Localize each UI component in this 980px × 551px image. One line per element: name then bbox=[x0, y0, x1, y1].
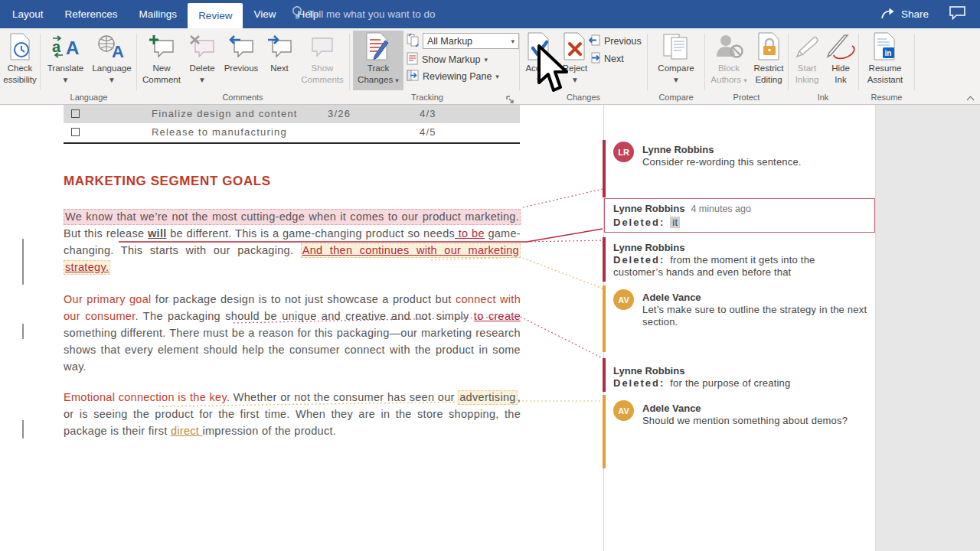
language-group-label: Language bbox=[41, 93, 136, 102]
date-cell: 4/3 bbox=[420, 105, 436, 123]
commented-text-highlight: We know that we’re not the most cutting-… bbox=[64, 209, 521, 225]
next-change-button[interactable]: Next bbox=[588, 52, 624, 66]
task-cell: Finalize design and content bbox=[152, 105, 298, 123]
svg-text:a: a bbox=[52, 38, 61, 55]
next-change-icon bbox=[588, 52, 600, 66]
compare-icon bbox=[652, 31, 700, 63]
review-ribbon: Check essibility aA Translate ▾ A Langua… bbox=[0, 28, 980, 105]
avatar: LR bbox=[613, 142, 634, 162]
collapse-ribbon-icon[interactable] bbox=[967, 96, 974, 103]
emphasis-text: Emotional connection is the key bbox=[64, 391, 227, 403]
comment-author: Adele Vance bbox=[642, 403, 701, 414]
svg-text:in: in bbox=[885, 49, 892, 57]
revision-action: Deleted: bbox=[613, 217, 665, 228]
tab-review[interactable]: Review bbox=[188, 3, 243, 28]
avatar: AV bbox=[613, 400, 634, 421]
language-icon: A bbox=[89, 31, 135, 63]
all-markup-icon bbox=[407, 34, 419, 49]
avatar: AV bbox=[613, 289, 634, 310]
previous-change-button[interactable]: Previous bbox=[588, 34, 642, 48]
ribbon-tab-bar: Layout References Mailings Review View H… bbox=[0, 0, 980, 28]
check-accessibility-button[interactable]: Check essibility bbox=[0, 31, 40, 86]
deleted-text: it bbox=[670, 217, 680, 228]
revision-action: Deleted: bbox=[613, 377, 665, 389]
comment-author-bar bbox=[603, 395, 606, 468]
new-comment-button[interactable]: New Comment bbox=[141, 31, 182, 86]
tab-references[interactable]: References bbox=[54, 0, 129, 28]
revision-action: Deleted: bbox=[613, 254, 665, 266]
lightbulb-icon bbox=[292, 5, 302, 23]
svg-text:A: A bbox=[112, 42, 124, 60]
start-inking-button: Start Inking bbox=[790, 31, 824, 86]
paragraph-2[interactable]: Our primary goal for package design is t… bbox=[64, 291, 521, 375]
display-for-review-select[interactable]: All Markup ▾ bbox=[423, 33, 519, 49]
tab-layout[interactable]: Layout bbox=[2, 0, 54, 28]
next-comment-icon bbox=[262, 31, 297, 63]
comment-text: Consider re-wording this sentence. bbox=[642, 156, 864, 168]
deleted-text: for the purpose of creating bbox=[670, 377, 790, 389]
show-markup-icon bbox=[407, 52, 418, 67]
document-page[interactable]: Finalize design and content 3/26 4/3 Rel… bbox=[0, 105, 603, 551]
svg-text:A: A bbox=[66, 37, 79, 58]
resume-assistant-icon: in bbox=[861, 31, 910, 63]
compare-button[interactable]: Compare ▾ bbox=[652, 31, 700, 86]
revision-author: Lynne Robbins bbox=[613, 203, 684, 214]
comments-bubble-icon[interactable] bbox=[949, 5, 966, 23]
hide-ink-icon bbox=[825, 31, 857, 63]
inserted-text: to be bbox=[455, 227, 485, 240]
show-comments-button: Show Comments bbox=[299, 31, 345, 86]
share-button[interactable]: Share bbox=[880, 7, 929, 22]
revision-author-bar bbox=[603, 358, 606, 392]
paragraph-1[interactable]: We know that we’re not the most cutting-… bbox=[64, 208, 521, 276]
markup-balloon-panel: LR Lynne Robbins Consider re-wording thi… bbox=[603, 105, 875, 551]
translate-button[interactable]: aA Translate ▾ bbox=[43, 31, 88, 86]
revision-author-bar bbox=[603, 237, 606, 282]
tell-me-box[interactable]: Tell me what you want to do bbox=[292, 0, 436, 28]
resume-assistant-button[interactable]: in Resume Assistant bbox=[861, 31, 910, 86]
tab-view[interactable]: View bbox=[243, 0, 286, 28]
selected-revision-card[interactable]: Lynne Robbins4 minutes ago Deleted:it bbox=[604, 198, 875, 233]
revision-author: Lynne Robbins bbox=[613, 242, 684, 253]
section-heading: MARKETING SEGMENT GOALS bbox=[64, 174, 271, 189]
table-row[interactable]: Finalize design and content 3/26 4/3 bbox=[64, 105, 520, 123]
comment-text: Should we mention something about demos? bbox=[642, 415, 872, 427]
show-comments-icon bbox=[299, 31, 345, 63]
checkbox[interactable] bbox=[71, 128, 80, 136]
hide-ink-button[interactable]: Hide Ink bbox=[825, 31, 857, 86]
date-cell: 4/5 bbox=[420, 123, 436, 142]
start-inking-icon bbox=[790, 31, 824, 63]
block-authors-icon bbox=[709, 31, 749, 63]
reviewing-pane-button[interactable]: Reviewing Pane ▾ bbox=[407, 70, 499, 83]
table-bottom-border bbox=[64, 142, 520, 144]
comment-author-bar bbox=[603, 285, 606, 352]
mouse-cursor bbox=[536, 44, 570, 95]
paragraph-3[interactable]: Emotional connection is the key. Whether… bbox=[64, 389, 521, 439]
language-button[interactable]: A Language ▾ bbox=[89, 31, 135, 86]
date-cell: 3/26 bbox=[328, 105, 351, 123]
show-markup-button[interactable]: Show Markup ▾ bbox=[407, 52, 488, 67]
share-icon bbox=[880, 7, 896, 22]
schedule-table: Finalize design and content 3/26 4/3 Rel… bbox=[64, 105, 520, 144]
tab-mailings[interactable]: Mailings bbox=[129, 0, 188, 28]
restrict-editing-button[interactable]: Restrict Editing bbox=[749, 31, 789, 86]
track-changes-button[interactable]: Track Changes ▾ bbox=[353, 31, 403, 90]
reviewing-pane-icon bbox=[407, 70, 419, 83]
delete-comment-icon bbox=[184, 31, 220, 63]
checkbox[interactable] bbox=[71, 109, 80, 118]
tell-me-label: Tell me what you want to do bbox=[308, 8, 436, 20]
inserted-text: direct bbox=[171, 425, 203, 437]
new-comment-icon bbox=[141, 31, 182, 63]
previous-change-icon bbox=[588, 34, 600, 48]
translate-icon: aA bbox=[43, 31, 88, 63]
document-area: Finalize design and content 3/26 4/3 Rel… bbox=[0, 105, 980, 551]
table-row[interactable]: Release to manufacturing 4/5 bbox=[64, 123, 520, 142]
change-bar bbox=[22, 420, 24, 439]
previous-comment-button[interactable]: Previous bbox=[221, 31, 261, 74]
inserted-text: to create bbox=[474, 310, 521, 322]
revision-time: 4 minutes ago bbox=[691, 204, 751, 214]
next-comment-button[interactable]: Next bbox=[262, 31, 297, 74]
previous-comment-icon bbox=[221, 31, 261, 63]
protect-group-label: Protect bbox=[706, 93, 787, 102]
delete-comment-button[interactable]: Delete ▾ bbox=[184, 31, 220, 86]
track-changes-icon bbox=[353, 31, 403, 63]
